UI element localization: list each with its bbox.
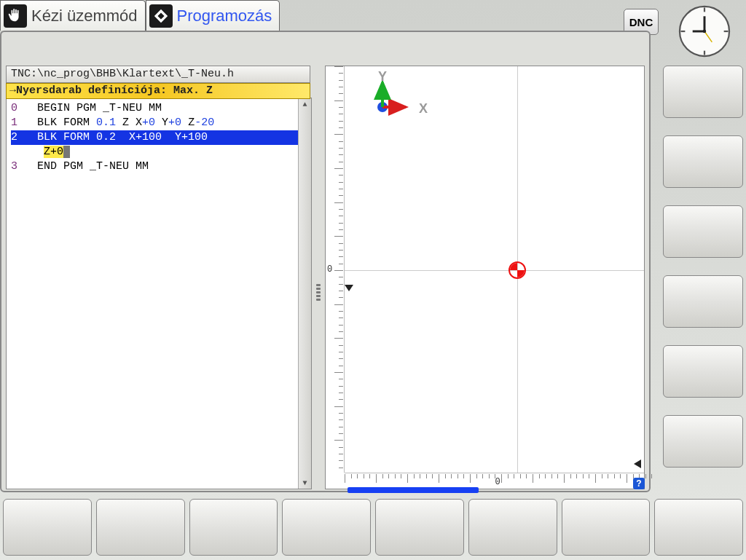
graphic-hslider[interactable] <box>348 487 479 493</box>
editor-scrollbar[interactable]: ▲ ▼ <box>298 98 311 489</box>
ruler-cursor-icon <box>345 285 353 291</box>
pane-splitter[interactable] <box>315 98 322 486</box>
file-path: TNC:\nc_prog\BHB\Klartext\_T-Neu.h <box>6 66 310 83</box>
ruler-v-zero: 0 <box>327 264 332 275</box>
v-range-marker-icon[interactable] <box>634 460 641 468</box>
graphic-view[interactable]: 0 0 X Y <box>325 66 645 489</box>
right-softkey-column <box>663 66 743 468</box>
tab-manual-label: Kézi üzemmód <box>31 7 138 25</box>
tab-manual-mode[interactable]: Kézi üzemmód <box>0 0 146 31</box>
right-softkey-2[interactable] <box>663 135 743 188</box>
program-icon <box>149 4 173 28</box>
scroll-up-icon[interactable]: ▲ <box>299 98 311 110</box>
scroll-down-icon[interactable]: ▼ <box>299 477 311 489</box>
help-icon: ? <box>636 478 641 489</box>
help-button[interactable]: ? <box>633 478 645 489</box>
bottom-softkey-3[interactable] <box>189 499 278 556</box>
ruler-horizontal <box>345 473 644 489</box>
axis-y-label: Y <box>378 69 387 84</box>
hand-icon <box>4 4 27 28</box>
tab-programming-label: Programozás <box>177 7 272 25</box>
main-panel: 0 BEGIN PGM _T-NEU MM1 BLK FORM 0.1 Z X+… <box>0 31 651 492</box>
origin-marker-icon <box>509 261 526 279</box>
bottom-softkey-row <box>3 499 743 559</box>
axis-x-label: X <box>419 101 428 117</box>
bottom-softkey-2[interactable] <box>96 499 185 556</box>
bottom-softkey-4[interactable] <box>282 499 371 556</box>
prompt-bar: →Nyersdarab definíciója: Max. Z <box>6 83 310 99</box>
right-softkey-6[interactable] <box>663 415 743 468</box>
right-softkey-5[interactable] <box>663 345 743 398</box>
bottom-softkey-8[interactable] <box>654 499 743 556</box>
dnc-label: DNC <box>629 16 653 28</box>
crosshair-horizontal <box>345 270 644 271</box>
right-softkey-4[interactable] <box>663 275 743 328</box>
right-softkey-3[interactable] <box>663 205 743 258</box>
nc-editor[interactable]: 0 BEGIN PGM _T-NEU MM1 BLK FORM 0.1 Z X+… <box>6 98 312 489</box>
bottom-softkey-7[interactable] <box>562 499 651 556</box>
editor-lines: 0 BEGIN PGM _T-NEU MM1 BLK FORM 0.1 Z X+… <box>7 98 311 177</box>
bottom-softkey-1[interactable] <box>3 499 92 556</box>
svg-point-8 <box>703 30 706 33</box>
tab-programming[interactable]: Programozás <box>146 0 280 31</box>
bottom-softkey-5[interactable] <box>375 499 464 556</box>
ruler-h-zero: 0 <box>495 477 500 487</box>
bottom-softkey-6[interactable] <box>468 499 557 556</box>
right-softkey-1[interactable] <box>663 66 743 118</box>
axis-gizmo-icon <box>369 72 420 123</box>
clock-icon <box>678 4 731 58</box>
